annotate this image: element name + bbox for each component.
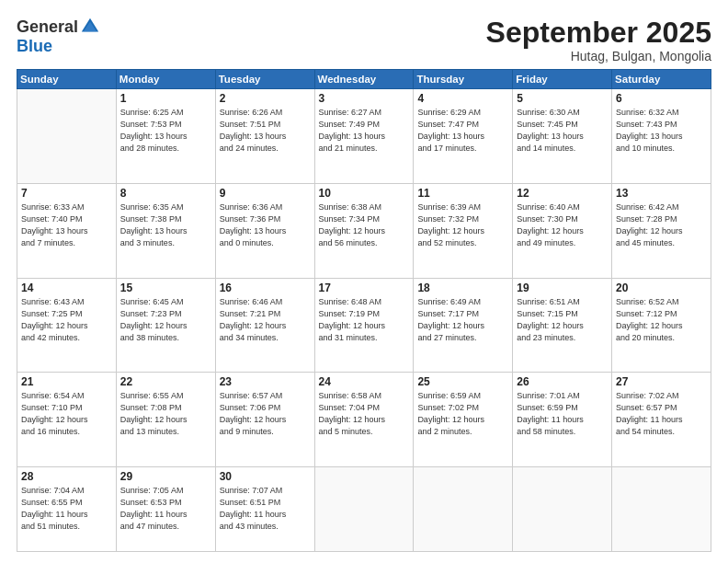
day-info: Sunrise: 6:57 AM Sunset: 7:06 PM Dayligh…: [220, 390, 311, 438]
day-info: Sunrise: 6:51 AM Sunset: 7:15 PM Dayligh…: [517, 296, 608, 344]
day-info: Sunrise: 6:54 AM Sunset: 7:10 PM Dayligh…: [21, 390, 112, 438]
day-number: 27: [616, 375, 707, 388]
header: General Blue September 2025 Hutag, Bulga…: [17, 17, 711, 63]
day-info: Sunrise: 6:42 AM Sunset: 7:28 PM Dayligh…: [616, 201, 707, 249]
day-info: Sunrise: 6:38 AM Sunset: 7:34 PM Dayligh…: [319, 201, 410, 249]
calendar-cell: 8Sunrise: 6:35 AM Sunset: 7:38 PM Daylig…: [116, 183, 215, 278]
month-title: September 2025: [486, 17, 711, 49]
calendar-cell: 24Sunrise: 6:58 AM Sunset: 7:04 PM Dayli…: [314, 373, 414, 467]
day-number: 23: [220, 375, 311, 388]
day-number: 25: [417, 375, 508, 388]
day-number: 28: [21, 470, 112, 483]
week-row-3: 14Sunrise: 6:43 AM Sunset: 7:25 PM Dayli…: [17, 278, 711, 373]
day-info: Sunrise: 6:49 AM Sunset: 7:17 PM Dayligh…: [417, 296, 508, 344]
day-number: 29: [120, 470, 211, 483]
week-row-1: 1Sunrise: 6:25 AM Sunset: 7:53 PM Daylig…: [17, 89, 711, 184]
calendar-cell: 12Sunrise: 6:40 AM Sunset: 7:30 PM Dayli…: [513, 183, 612, 278]
logo: General Blue: [17, 17, 100, 56]
day-number: 7: [21, 187, 112, 200]
day-number: 20: [616, 282, 707, 294]
calendar-cell: 15Sunrise: 6:45 AM Sunset: 7:23 PM Dayli…: [116, 278, 215, 373]
calendar-cell: 6Sunrise: 6:32 AM Sunset: 7:43 PM Daylig…: [612, 89, 711, 184]
day-info: Sunrise: 6:55 AM Sunset: 7:08 PM Dayligh…: [120, 390, 211, 438]
calendar-cell: 19Sunrise: 6:51 AM Sunset: 7:15 PM Dayli…: [513, 278, 612, 373]
weekday-wednesday: Wednesday: [314, 70, 414, 89]
calendar-cell: [612, 467, 711, 552]
calendar-cell: 20Sunrise: 6:52 AM Sunset: 7:12 PM Dayli…: [612, 278, 711, 373]
calendar-cell: [414, 467, 513, 552]
calendar-cell: 23Sunrise: 6:57 AM Sunset: 7:06 PM Dayli…: [215, 373, 314, 467]
calendar-cell: 17Sunrise: 6:48 AM Sunset: 7:19 PM Dayli…: [314, 278, 414, 373]
day-number: 9: [220, 187, 311, 200]
day-number: 10: [319, 187, 410, 200]
calendar-cell: 13Sunrise: 6:42 AM Sunset: 7:28 PM Dayli…: [612, 183, 711, 278]
calendar-table: SundayMondayTuesdayWednesdayThursdayFrid…: [17, 69, 711, 552]
calendar-cell: 10Sunrise: 6:38 AM Sunset: 7:34 PM Dayli…: [314, 183, 414, 278]
day-number: 4: [417, 92, 508, 105]
calendar-cell: 28Sunrise: 7:04 AM Sunset: 6:55 PM Dayli…: [17, 467, 117, 552]
day-number: 12: [517, 187, 608, 200]
logo-general-text: General: [17, 17, 78, 37]
day-info: Sunrise: 6:36 AM Sunset: 7:36 PM Dayligh…: [220, 201, 311, 249]
calendar-cell: 7Sunrise: 6:33 AM Sunset: 7:40 PM Daylig…: [17, 183, 117, 278]
calendar-cell: 11Sunrise: 6:39 AM Sunset: 7:32 PM Dayli…: [414, 183, 513, 278]
calendar-cell: 3Sunrise: 6:27 AM Sunset: 7:49 PM Daylig…: [314, 89, 414, 184]
day-number: 8: [120, 187, 211, 200]
calendar-cell: 2Sunrise: 6:26 AM Sunset: 7:51 PM Daylig…: [215, 89, 314, 184]
week-row-5: 28Sunrise: 7:04 AM Sunset: 6:55 PM Dayli…: [17, 467, 711, 552]
calendar-cell: 4Sunrise: 6:29 AM Sunset: 7:47 PM Daylig…: [414, 89, 513, 184]
day-number: 18: [417, 282, 508, 294]
day-info: Sunrise: 6:33 AM Sunset: 7:40 PM Dayligh…: [21, 201, 112, 249]
calendar-cell: 25Sunrise: 6:59 AM Sunset: 7:02 PM Dayli…: [414, 373, 513, 467]
logo-blue-text: Blue: [17, 37, 52, 56]
day-info: Sunrise: 7:04 AM Sunset: 6:55 PM Dayligh…: [21, 485, 112, 533]
day-number: 26: [517, 375, 608, 388]
day-info: Sunrise: 6:45 AM Sunset: 7:23 PM Dayligh…: [120, 296, 211, 344]
calendar-cell: 14Sunrise: 6:43 AM Sunset: 7:25 PM Dayli…: [17, 278, 117, 373]
calendar-cell: [314, 467, 414, 552]
day-number: 21: [21, 375, 112, 388]
day-number: 1: [120, 92, 211, 105]
calendar-cell: 22Sunrise: 6:55 AM Sunset: 7:08 PM Dayli…: [116, 373, 215, 467]
day-number: 22: [120, 375, 211, 388]
day-info: Sunrise: 7:02 AM Sunset: 6:57 PM Dayligh…: [616, 390, 707, 438]
day-info: Sunrise: 6:58 AM Sunset: 7:04 PM Dayligh…: [319, 390, 410, 438]
day-number: 17: [319, 282, 410, 294]
day-number: 2: [220, 92, 311, 105]
logo-icon: [80, 17, 100, 37]
day-number: 14: [21, 282, 112, 294]
day-number: 16: [220, 282, 311, 294]
calendar-cell: 5Sunrise: 6:30 AM Sunset: 7:45 PM Daylig…: [513, 89, 612, 184]
calendar-cell: 29Sunrise: 7:05 AM Sunset: 6:53 PM Dayli…: [116, 467, 215, 552]
day-info: Sunrise: 7:01 AM Sunset: 6:59 PM Dayligh…: [517, 390, 608, 438]
day-info: Sunrise: 6:40 AM Sunset: 7:30 PM Dayligh…: [517, 201, 608, 249]
day-info: Sunrise: 6:43 AM Sunset: 7:25 PM Dayligh…: [21, 296, 112, 344]
day-number: 5: [517, 92, 608, 105]
day-number: 13: [616, 187, 707, 200]
day-info: Sunrise: 6:39 AM Sunset: 7:32 PM Dayligh…: [417, 201, 508, 249]
day-number: 19: [517, 282, 608, 294]
day-number: 6: [616, 92, 707, 105]
calendar-cell: 30Sunrise: 7:07 AM Sunset: 6:51 PM Dayli…: [215, 467, 314, 552]
day-number: 11: [417, 187, 508, 200]
day-info: Sunrise: 6:35 AM Sunset: 7:38 PM Dayligh…: [120, 201, 211, 249]
calendar-cell: 26Sunrise: 7:01 AM Sunset: 6:59 PM Dayli…: [513, 373, 612, 467]
weekday-sunday: Sunday: [17, 70, 117, 89]
day-info: Sunrise: 6:30 AM Sunset: 7:45 PM Dayligh…: [517, 107, 608, 155]
weekday-thursday: Thursday: [414, 70, 513, 89]
weekday-monday: Monday: [116, 70, 215, 89]
day-info: Sunrise: 6:29 AM Sunset: 7:47 PM Dayligh…: [417, 107, 508, 155]
week-row-4: 21Sunrise: 6:54 AM Sunset: 7:10 PM Dayli…: [17, 373, 711, 467]
day-number: 15: [120, 282, 211, 294]
day-info: Sunrise: 6:26 AM Sunset: 7:51 PM Dayligh…: [220, 107, 311, 155]
day-info: Sunrise: 7:07 AM Sunset: 6:51 PM Dayligh…: [220, 485, 311, 533]
day-info: Sunrise: 6:25 AM Sunset: 7:53 PM Dayligh…: [120, 107, 211, 155]
day-info: Sunrise: 6:59 AM Sunset: 7:02 PM Dayligh…: [417, 390, 508, 438]
day-info: Sunrise: 6:52 AM Sunset: 7:12 PM Dayligh…: [616, 296, 707, 344]
calendar-cell: 27Sunrise: 7:02 AM Sunset: 6:57 PM Dayli…: [612, 373, 711, 467]
day-info: Sunrise: 6:32 AM Sunset: 7:43 PM Dayligh…: [616, 107, 707, 155]
weekday-saturday: Saturday: [612, 70, 711, 89]
day-info: Sunrise: 6:27 AM Sunset: 7:49 PM Dayligh…: [319, 107, 410, 155]
day-number: 24: [319, 375, 410, 388]
day-info: Sunrise: 7:05 AM Sunset: 6:53 PM Dayligh…: [120, 485, 211, 533]
